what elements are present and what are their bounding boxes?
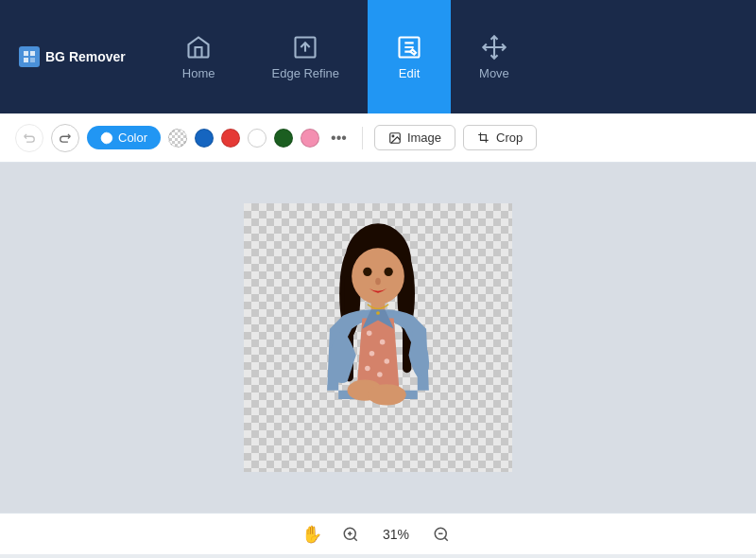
svg-point-17 [375, 278, 381, 285]
nav-bar: BG Remover Home Edge Refine [0, 0, 756, 113]
svg-point-27 [376, 311, 380, 315]
nav-items: Home Edge Refine Edit Move [154, 0, 538, 113]
svg-point-20 [380, 340, 386, 345]
zoom-level: 31% [379, 527, 413, 542]
svg-line-29 [353, 537, 356, 540]
action-bar: New Image Download [0, 554, 756, 558]
svg-point-14 [352, 248, 404, 304]
zoom-in-button[interactable] [337, 521, 364, 548]
svg-point-26 [368, 384, 406, 405]
nav-item-edit[interactable]: Edit [368, 0, 451, 113]
toolbar-divider [362, 127, 363, 149]
color-swatch-red[interactable] [221, 129, 240, 148]
hand-cursor-icon: ✋ [301, 524, 322, 545]
color-swatch-pink[interactable] [301, 129, 319, 148]
app-icon [19, 46, 40, 67]
more-colors-button[interactable]: ••• [327, 128, 351, 148]
color-swatch-blue[interactable] [195, 129, 214, 148]
svg-rect-1 [30, 51, 35, 56]
color-button[interactable]: Color [87, 126, 161, 149]
zoom-out-button[interactable] [428, 521, 455, 548]
svg-point-8 [392, 135, 394, 137]
nav-item-move[interactable]: Move [451, 0, 538, 113]
color-swatch-transparent[interactable] [168, 129, 187, 148]
svg-point-23 [365, 366, 370, 372]
crop-button[interactable]: Crop [463, 125, 537, 150]
redo-button[interactable] [51, 124, 79, 152]
svg-rect-0 [24, 51, 28, 56]
svg-rect-3 [30, 58, 35, 62]
nav-item-home[interactable]: Home [154, 0, 244, 113]
svg-point-19 [367, 331, 372, 337]
image-canvas [244, 203, 512, 472]
svg-point-24 [377, 372, 383, 377]
svg-point-15 [363, 268, 371, 276]
svg-rect-2 [24, 58, 28, 62]
toolbar: Color ••• Image Crop [0, 113, 756, 163]
nav-item-edge-refine[interactable]: Edge Refine [244, 0, 369, 113]
subject-image [293, 215, 463, 461]
svg-point-22 [385, 358, 390, 364]
image-button[interactable]: Image [374, 125, 455, 150]
canvas-area [0, 163, 756, 513]
color-swatch-white[interactable] [248, 129, 266, 148]
status-bar: ✋ 31% [0, 513, 756, 554]
color-swatch-dark-green[interactable] [274, 129, 293, 148]
undo-button[interactable] [15, 124, 43, 152]
svg-line-33 [444, 537, 447, 540]
app-title: BG Remover [19, 46, 126, 67]
svg-point-21 [369, 351, 375, 357]
svg-point-16 [385, 268, 393, 276]
